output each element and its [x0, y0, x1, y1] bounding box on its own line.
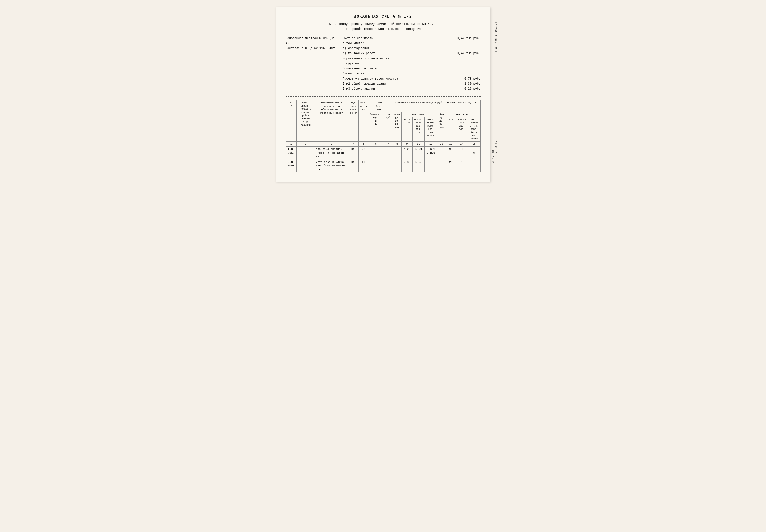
info-section: Основание: чертежи № ЭМ-I,2 А-I Составле… — [286, 36, 481, 92]
th-col4: Еди-ницаизме-рения — [349, 100, 359, 141]
col-num-6: 6 — [368, 141, 384, 147]
th-vse-vtch: все-В Т.Ч. — [401, 117, 412, 142]
info-right-line5: Нормативная условно-чистая — [343, 56, 481, 61]
row1-col6b: — — [384, 147, 393, 159]
info-left-line1: Основание: чертежи № ЭМ-I,2 А-I — [286, 36, 338, 46]
info-right-line9: Расчетную единицу (вместимость) — [343, 77, 398, 82]
subtitle-line2: На приобретение и монтаж электроосвещени… — [286, 27, 481, 32]
row1-col7b4: — — [437, 147, 446, 159]
row1-col7b3: 0,6210,253 — [425, 147, 437, 159]
info-right-line11: I м3 объема здания — [343, 87, 375, 92]
row1-col2 — [297, 147, 315, 159]
info-right-line4-val: 0,47 тыс.руб. — [457, 51, 481, 56]
th-stoimost-edi: Стоимостьеди-ни-цы — [368, 112, 384, 141]
th-ob-schiy: об-щий — [384, 112, 393, 141]
row1-col3: становка светиль-ников на кронштей-не — [315, 147, 349, 159]
th-obsh-osnov: основ-наязар-пла-та — [456, 117, 468, 142]
col-num-11: II — [425, 141, 437, 147]
info-right-line9-val: 0,78 руб. — [464, 77, 481, 82]
th-col1: №п/п — [286, 100, 297, 141]
row2-col6b: — — [384, 159, 393, 172]
info-left-line2: Составлена в ценах 1969 -82г. — [286, 46, 338, 51]
row2-col7b2: 0,354 — [412, 159, 425, 172]
col-num-1: I — [286, 141, 297, 147]
th-mont-rabot-obsh: МОНТ.РАБОТ — [446, 112, 480, 117]
col-num-5: 5 — [359, 141, 368, 147]
col-num-7: 7 — [384, 141, 393, 147]
row2-col7b3: —— — [425, 159, 437, 172]
col-num-15: I5 — [468, 141, 480, 147]
info-right: Сметная стоимость 0,47 тыс.руб. в том чи… — [343, 36, 481, 92]
row2-col8a: 23 — [446, 159, 456, 172]
info-right-line1: Сметная стоимость — [343, 36, 373, 41]
side-label-2: А-17 33 БНГЗ-03 — [492, 140, 497, 163]
col-num-10: IO — [412, 141, 425, 147]
info-right-line10: I м2 общей площади здания — [343, 82, 388, 87]
th-col6: Весбруттонетто — [368, 100, 393, 112]
page-title: ЛОКАЛЬНАЯ СМЕТА № I-2 — [286, 15, 481, 19]
info-right-line7: Показатели по смете — [343, 66, 481, 71]
th-smeta-cost: Сметная стоимость единицы в руб. — [393, 100, 446, 112]
row2-col5: IO — [359, 159, 368, 172]
row1-col8b2: I46 — [468, 147, 480, 159]
col-num-8: 8 — [393, 141, 402, 147]
column-numbers-row: I 2 3 4 5 6 7 8 9 IO II I2 I3 I4 I5 — [286, 141, 480, 147]
divider-1 — [286, 96, 481, 97]
row2-col1: 2.8-7003 — [286, 159, 297, 172]
col-num-2: 2 — [297, 141, 315, 147]
row2-col7b1: 2,33 — [401, 159, 412, 172]
info-right-line2: в том числе: — [343, 41, 481, 46]
row2-col7b4: — — [437, 159, 446, 172]
info-right-line6: продукция — [343, 61, 481, 66]
table-row: I.8-7017 становка светиль-ников на кронш… — [286, 147, 480, 159]
table-row: 2.8-7003 Установка выключа-теля брызгоза… — [286, 159, 480, 172]
side-label-1: т.д. 705-1-161.84 — [494, 22, 497, 52]
info-left: Основание: чертежи № ЭМ-I,2 А-I Составле… — [286, 36, 338, 92]
th-total-cost: Общая стоимость, руб. — [446, 100, 480, 112]
col-num-3: 3 — [315, 141, 349, 147]
row2-col6a: — — [368, 159, 384, 172]
th-mont-rabot-smeta: МОНТ.РАБОТ — [401, 112, 437, 117]
row1-col4: шт. — [349, 147, 359, 159]
row2-col7a: — — [393, 159, 402, 172]
info-right-line4: б) монтажных работ — [343, 51, 375, 56]
col-num-14: I4 — [456, 141, 468, 147]
row2-col8b1: 4 — [456, 159, 468, 172]
subtitle-line1: К типовому проекту склада аммиачной сели… — [286, 22, 481, 27]
th-obsh-ekspl: эксл.машинв т.ч.зара-бот-наяплата — [468, 117, 480, 142]
row1-col8a: 98 — [446, 147, 456, 159]
th-obsh-vse: все-го — [446, 117, 456, 142]
col-num-9: 9 — [401, 141, 412, 147]
col-num-4: 4 — [349, 141, 359, 147]
col-num-12: I2 — [437, 141, 446, 147]
subtitle: К типовому проекту склада аммиачной сели… — [286, 22, 481, 32]
info-right-line3: а) оборудования — [343, 46, 481, 51]
info-right-line10-val: 1,30 руб. — [464, 82, 481, 87]
col-num-13: I3 — [446, 141, 456, 147]
th-col5: Коли-чест-во — [359, 100, 368, 141]
document-page: т.д. 705-1-161.84 А-17 33 БНГЗ-03 ЛОКАЛЬ… — [276, 7, 490, 182]
row2-col3: Установка выключа-теля брызгозащищен-ног… — [315, 159, 349, 172]
row1-col6a: — — [368, 147, 384, 159]
th-osnov-zarplata: основ-наязар-пла-та — [412, 117, 425, 142]
row2-col8b2: — — [468, 159, 480, 172]
th-ekspl-mashin: эксл.машинзара-бот-наяплата — [425, 117, 437, 142]
row1-col8b1: I6 — [456, 147, 468, 159]
info-right-line8: Стоимость на: — [343, 71, 481, 76]
th-col3: Наименование и характеристика оборудован… — [315, 100, 349, 141]
row1-col7b2: 0,688 — [412, 147, 425, 159]
th-obo-ru: обо-ру-до-ва-ния — [393, 112, 402, 141]
info-right-line11-val: 0,26 руб. — [464, 87, 481, 92]
th-col2: Наимен.укрупн.показат.и норм.прейск.ценн… — [297, 100, 315, 141]
row1-col7a: — — [393, 147, 402, 159]
row1-col1: I.8-7017 — [286, 147, 297, 159]
info-right-total: 0,47 тыс.руб. — [457, 36, 481, 41]
row1-col7b1: 4,28 — [401, 147, 412, 159]
row2-col4: шт. — [349, 159, 359, 172]
row1-col5: 23 — [359, 147, 368, 159]
row2-col2 — [297, 159, 315, 172]
th-obo-ru-obsh: обо-ру-до-ба-ния — [437, 112, 446, 141]
main-table: №п/п Наимен.укрупн.показат.и норм.прейск… — [286, 100, 481, 172]
